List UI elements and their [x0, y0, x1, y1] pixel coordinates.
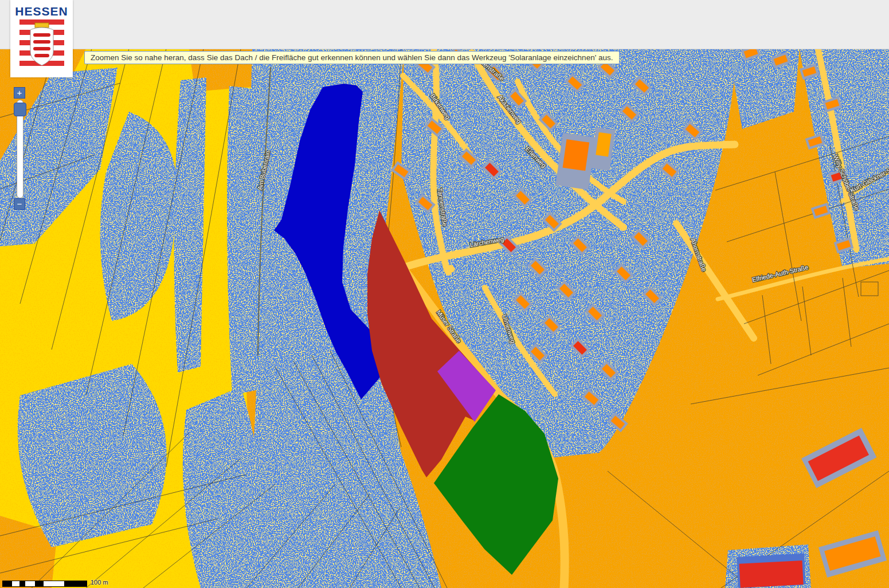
- header-bar: [0, 0, 889, 49]
- hessen-logo: HESSEN: [10, 0, 73, 77]
- hessen-logo-label: HESSEN: [10, 5, 73, 18]
- notification-bar: Zoomen Sie so nahe heran, dass Sie das D…: [84, 51, 620, 64]
- zoom-in-button[interactable]: +: [14, 87, 25, 99]
- scale-label: 100 m: [91, 579, 108, 586]
- zoom-slider-handle[interactable]: [14, 103, 26, 116]
- solar-heatmap-canvas[interactable]: Am Bubenrain Birkenweg Tannenstraße Tann…: [0, 0, 889, 588]
- scale-bar: [2, 581, 87, 587]
- solar-kataster-app: Am Bubenrain Birkenweg Tannenstraße Tann…: [0, 0, 889, 588]
- hessen-coat-of-arms-icon: [17, 18, 66, 72]
- zoom-out-button[interactable]: −: [14, 198, 25, 210]
